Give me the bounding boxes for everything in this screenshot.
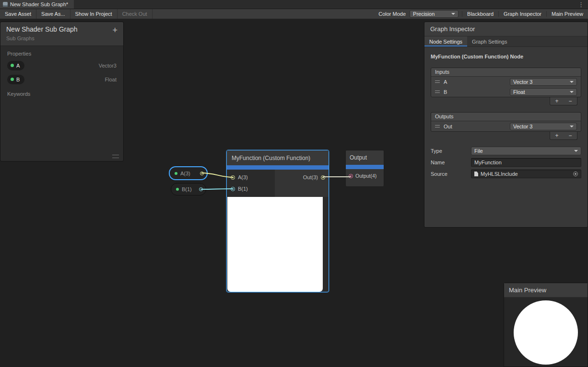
blackboard-header[interactable]: New Shader Sub Graph Sub Graphs + <box>0 22 123 46</box>
output-port-icon[interactable] <box>321 175 325 180</box>
document-tab[interactable]: New Shader Sub Graph* <box>0 0 74 9</box>
precision-color-strip <box>346 165 384 169</box>
input-port-icon[interactable] <box>231 187 235 191</box>
input-port-row: A(3) <box>227 172 275 183</box>
source-type-value: File <box>474 148 483 154</box>
add-input-button[interactable]: + <box>550 97 564 105</box>
list-item[interactable]: B Float <box>431 87 581 97</box>
check-out-button: Check Out <box>118 9 153 19</box>
output-type-value: Vector 3 <box>513 124 532 129</box>
property-node-label: B(1) <box>182 186 192 192</box>
blackboard-subtitle: Sub Graphs <box>6 35 118 41</box>
inspector-tab-bar: Node Settings Graph Settings <box>424 36 588 47</box>
property-node-b[interactable]: B(1) <box>171 183 206 195</box>
property-name: B <box>16 77 20 82</box>
blackboard-property-row[interactable]: A Vector3 <box>0 58 123 72</box>
tab-node-settings[interactable]: Node Settings <box>424 36 467 46</box>
chevron-down-icon <box>570 81 574 83</box>
output-port-icon[interactable] <box>200 172 204 175</box>
output-node[interactable]: Output Output(4) <box>345 150 384 187</box>
blackboard-panel: New Shader Sub Graph Sub Graphs + Proper… <box>0 22 124 161</box>
input-port-label: Output(4) <box>355 173 376 179</box>
window-tab-strip: New Shader Sub Graph* ⋮ <box>0 0 588 9</box>
shader-graph-asset-icon <box>3 2 8 7</box>
outputs-list-title: Outputs <box>431 113 581 121</box>
output-type-dropdown[interactable]: Vector 3 <box>510 123 577 130</box>
custom-function-node[interactable]: MyFunction (Custom Function) A(3) B(1) O… <box>226 150 329 292</box>
remove-output-button[interactable]: − <box>564 132 577 139</box>
toolbar: Save Asset Save As... Show In Project Ch… <box>0 9 588 19</box>
source-type-dropdown[interactable]: File <box>471 147 581 155</box>
tab-title: New Shader Sub Graph* <box>10 1 68 7</box>
property-pill[interactable]: A <box>7 61 24 70</box>
property-name: A <box>16 63 20 69</box>
show-in-project-button[interactable]: Show In Project <box>71 9 118 19</box>
node-title: MyFunction (Custom Function) <box>232 155 310 161</box>
graph-inspector-header[interactable]: Graph Inspector <box>424 22 588 36</box>
function-name-value: MyFunction <box>474 160 502 165</box>
property-pill[interactable]: B <box>7 75 24 84</box>
precision-color-strip <box>227 165 329 170</box>
input-port-row: B(1) <box>227 183 275 195</box>
color-mode-dropdown[interactable]: Precision <box>410 10 459 18</box>
exposed-property-icon <box>175 172 177 175</box>
source-object-field[interactable]: MyHLSLInclude <box>471 170 581 178</box>
inputs-list-title: Inputs <box>431 68 581 77</box>
output-name: Out <box>444 124 452 129</box>
output-port-icon[interactable] <box>199 187 203 191</box>
exposed-property-icon <box>11 78 14 81</box>
node-title: Output <box>350 154 367 161</box>
list-item[interactable]: A Vector 3 <box>431 77 581 87</box>
remove-input-button[interactable]: − <box>564 97 577 105</box>
main-preview-header[interactable]: Main Preview <box>504 283 588 298</box>
drag-handle-icon[interactable] <box>435 80 440 83</box>
list-item[interactable]: Out Vector 3 <box>431 121 581 131</box>
drag-handle-icon[interactable] <box>435 91 440 93</box>
node-title-bar[interactable]: Output <box>346 150 384 165</box>
add-property-button[interactable]: + <box>112 25 118 35</box>
outputs-list-footer: + − <box>431 132 577 140</box>
main-preview-toggle-button[interactable]: Main Preview <box>546 11 588 17</box>
outputs-list: Outputs Out Vector 3 <box>431 112 581 132</box>
blackboard-toggle-button[interactable]: Blackboard <box>462 11 498 17</box>
input-port-icon[interactable] <box>231 175 235 180</box>
object-picker-icon[interactable] <box>573 172 578 176</box>
node-preview <box>227 197 323 292</box>
add-output-button[interactable]: + <box>550 132 564 139</box>
file-icon <box>474 172 478 176</box>
node-title-bar[interactable]: MyFunction (Custom Function) <box>227 150 329 165</box>
name-field-label: Name <box>431 160 471 165</box>
drag-handle-icon[interactable] <box>435 125 440 127</box>
properties-section-label: Properties <box>0 46 123 58</box>
node-ports-area: A(3) B(1) Out(3) <box>227 170 329 197</box>
tab-graph-settings[interactable]: Graph Settings <box>467 36 512 46</box>
blackboard-property-row[interactable]: B Float <box>0 72 123 86</box>
input-port-label: A(3) <box>238 174 248 180</box>
property-node-a[interactable]: A(3) <box>169 166 208 180</box>
inputs-list-footer: + − <box>431 97 577 105</box>
chevron-down-icon <box>451 13 455 15</box>
window-overflow-menu-icon[interactable]: ⋮ <box>574 0 588 9</box>
source-field-label: Source <box>431 171 471 177</box>
exposed-property-icon <box>11 64 14 67</box>
property-type: Vector3 <box>99 63 117 69</box>
input-type-dropdown[interactable]: Float <box>510 88 577 96</box>
inputs-list: Inputs A Vector 3 B Float <box>431 68 581 97</box>
main-preview-panel: Main Preview <box>504 283 588 367</box>
save-as-button[interactable]: Save As... <box>36 9 71 19</box>
input-ports-column: A(3) B(1) <box>227 170 275 197</box>
input-name: A <box>444 79 447 85</box>
input-type-dropdown[interactable]: Vector 3 <box>510 78 577 86</box>
resize-grip-icon[interactable] <box>112 155 119 158</box>
input-type-value: Vector 3 <box>513 79 532 85</box>
input-port-icon[interactable] <box>349 174 353 178</box>
graph-inspector-toggle-button[interactable]: Graph Inspector <box>498 11 546 17</box>
input-port-label: B(1) <box>238 186 248 192</box>
save-asset-button[interactable]: Save Asset <box>0 9 36 19</box>
blackboard-title: New Shader Sub Graph <box>6 25 118 33</box>
function-name-input[interactable]: MyFunction <box>471 158 581 167</box>
preview-sphere[interactable] <box>514 300 578 365</box>
exposed-property-icon <box>176 188 179 191</box>
output-port-row: Out(3) <box>275 172 329 183</box>
chevron-down-icon <box>574 150 578 152</box>
